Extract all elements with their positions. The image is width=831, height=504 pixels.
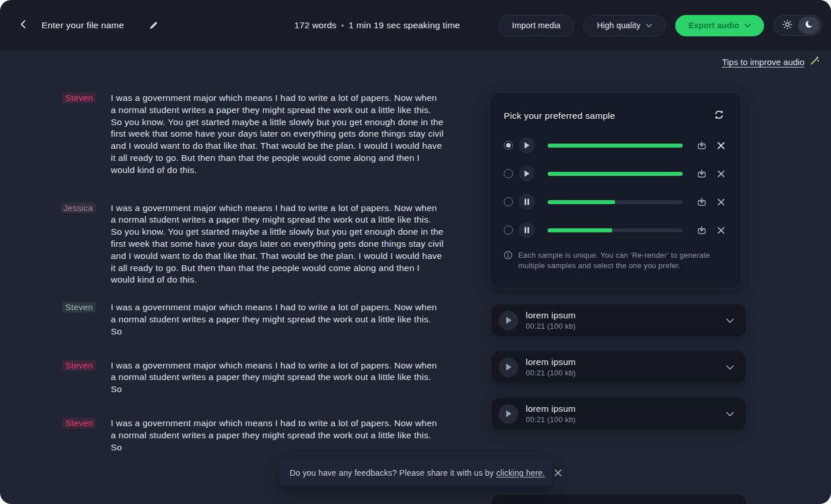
back-button[interactable] (13, 15, 33, 36)
transcript-paragraph[interactable]: I was a government major which means I h… (111, 360, 444, 396)
feedback-link[interactable]: clicking here. (496, 468, 545, 477)
theme-toggle[interactable] (774, 15, 822, 36)
refresh-icon (713, 109, 725, 122)
word-count: 172 words (294, 20, 336, 31)
download-icon (697, 168, 707, 179)
sample-radio[interactable] (504, 197, 513, 206)
sample-row (504, 222, 727, 238)
play-button[interactable] (499, 311, 518, 330)
topbar: 172 words • 1 min 19 sec speaking time I… (0, 0, 831, 51)
info-icon (504, 251, 512, 262)
sample-radio[interactable] (504, 225, 513, 235)
remove-sample-button[interactable] (715, 196, 727, 208)
quality-label: High quality (597, 21, 641, 30)
audio-card[interactable]: lorem ipsum 00:21 (100 kb) (492, 351, 746, 383)
sample-radio[interactable] (504, 169, 513, 178)
dark-mode-segment[interactable] (798, 17, 820, 34)
sample-row (504, 137, 727, 153)
close-icon (717, 227, 725, 234)
transcript-block: Steven I was a government major which me… (58, 302, 450, 337)
close-icon (717, 198, 725, 206)
card-text: lorem ipsum 00:21 (100 kb) (526, 404, 726, 424)
audio-title: lorem ipsum (526, 404, 726, 414)
tips-link[interactable]: Tips to improve audio (722, 57, 804, 67)
progress-bar[interactable] (548, 172, 683, 176)
download-button[interactable] (694, 223, 709, 238)
play-button[interactable] (499, 358, 518, 377)
transcript-editor: Steven I was a government major which me… (58, 92, 450, 453)
download-button[interactable] (694, 138, 709, 153)
transcript-block: Steven I was a government major which me… (58, 418, 450, 453)
document-stats: 172 words • 1 min 19 sec speaking time (294, 0, 460, 51)
progress-fill (548, 144, 683, 148)
speaker-label[interactable]: Jessica (61, 202, 96, 213)
audio-card-partial[interactable] (492, 495, 746, 504)
progress-fill (548, 228, 612, 232)
transcript-paragraph[interactable]: I was a government major which means I h… (111, 202, 444, 287)
pause-button[interactable] (519, 194, 535, 210)
audio-title: lorem ipsum (526, 310, 726, 321)
download-icon (697, 225, 707, 235)
re-render-button[interactable] (711, 107, 727, 125)
app-window: 172 words • 1 min 19 sec speaking time I… (0, 0, 831, 504)
remove-sample-button[interactable] (715, 224, 727, 236)
progress-fill (548, 172, 683, 176)
sample-note: Each sample is unique. You can ‘Re-rende… (504, 250, 727, 270)
sample-radio-selected[interactable] (504, 141, 513, 150)
transcript-paragraph[interactable]: I was a government major which means I h… (111, 418, 444, 453)
chevron-down-icon[interactable] (726, 315, 734, 326)
speaker-label[interactable]: Steven (62, 302, 96, 313)
close-icon (717, 170, 725, 178)
chevron-down-icon (744, 24, 751, 28)
topbar-actions: Import media High quality Export audio (499, 0, 822, 51)
pencil-icon[interactable] (147, 18, 160, 32)
play-button[interactable] (519, 137, 535, 153)
download-button[interactable] (694, 194, 709, 209)
export-audio-button[interactable]: Export audio (675, 15, 764, 36)
audio-meta: 00:21 (100 kb) (526, 322, 726, 330)
speaker-label[interactable]: Steven (62, 418, 96, 428)
file-name-input[interactable] (42, 20, 140, 31)
toast-message: Do you have any feedbacks? Please share … (290, 468, 545, 477)
progress-bar[interactable] (548, 200, 683, 204)
card-text: lorem ipsum 00:21 (100 kb) (526, 357, 726, 377)
download-button[interactable] (694, 166, 709, 181)
chevron-down-icon (646, 24, 652, 28)
import-media-button[interactable]: Import media (499, 15, 574, 36)
close-icon (717, 142, 725, 149)
chevron-down-icon[interactable] (726, 409, 734, 419)
toast-close-button[interactable] (552, 467, 564, 479)
export-audio-label: Export audio (688, 21, 739, 30)
panel-title: Pick your preferred sample (504, 111, 615, 121)
card-text: lorem ipsum 00:21 (100 kb) (526, 310, 726, 330)
remove-sample-button[interactable] (715, 168, 727, 180)
pause-button[interactable] (519, 222, 535, 238)
sample-row (504, 194, 727, 210)
speaker-label[interactable]: Steven (62, 92, 96, 103)
transcript-paragraph[interactable]: I was a government major which means I h… (111, 92, 444, 176)
import-media-label: Import media (512, 21, 560, 30)
audio-card[interactable]: lorem ipsum 00:21 (100 kb) (492, 304, 746, 336)
light-mode-segment[interactable] (776, 17, 798, 34)
play-button[interactable] (519, 166, 535, 182)
play-button[interactable] (499, 404, 518, 424)
progress-bar[interactable] (548, 228, 683, 232)
sample-note-text: Each sample is unique. You can ‘Re-rende… (518, 250, 714, 270)
close-icon (554, 469, 562, 477)
download-icon (697, 140, 707, 151)
quality-dropdown[interactable]: High quality (583, 15, 665, 36)
audio-card[interactable]: lorem ipsum 00:21 (100 kb) (492, 398, 746, 430)
chevron-down-icon[interactable] (726, 362, 734, 373)
transcript-paragraph[interactable]: I was a government major which means I h… (111, 302, 444, 337)
download-icon (697, 197, 707, 207)
progress-bar[interactable] (548, 144, 683, 148)
play-icon (506, 410, 512, 418)
remove-sample-button[interactable] (715, 140, 727, 152)
transcript-block: Steven I was a government major which me… (58, 92, 450, 176)
audio-meta: 00:21 (100 kb) (526, 415, 726, 424)
speaker-label[interactable]: Steven (62, 360, 96, 371)
transcript-block: Jessica I was a government major which m… (58, 202, 450, 287)
filename-wrap (42, 18, 160, 32)
sample-row (504, 166, 727, 182)
panel-header: Pick your preferred sample (504, 107, 727, 125)
